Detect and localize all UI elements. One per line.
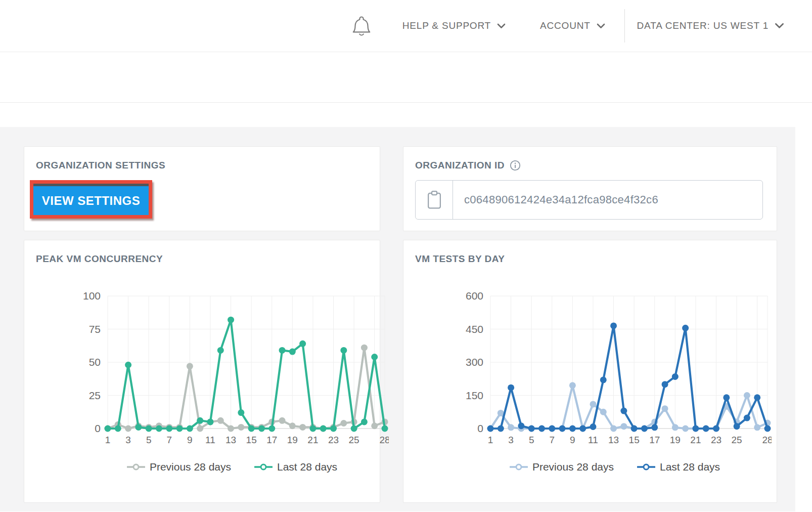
svg-text:17: 17 (649, 435, 660, 445)
svg-text:11: 11 (205, 435, 215, 445)
svg-text:13: 13 (225, 435, 236, 445)
svg-text:25: 25 (89, 390, 101, 401)
legend-label: Last 28 days (660, 461, 720, 473)
legend-item-last-28-days: Last 28 days (637, 461, 720, 473)
svg-text:3: 3 (125, 435, 131, 445)
nav-account-label: ACCOUNT (540, 20, 591, 31)
svg-text:5: 5 (146, 435, 152, 445)
top-navigation: HELP & SUPPORT ACCOUNT DATA CENTER: US W… (0, 0, 812, 52)
svg-text:28: 28 (762, 435, 772, 445)
page-header-band (0, 52, 812, 103)
nav-help-support-label: HELP & SUPPORT (402, 20, 491, 31)
svg-text:7: 7 (549, 435, 555, 445)
nav-account[interactable]: ACCOUNT (540, 20, 605, 31)
svg-text:100: 100 (83, 290, 101, 302)
copy-to-clipboard-button[interactable] (416, 181, 453, 219)
svg-text:19: 19 (287, 435, 298, 445)
organization-settings-title: ORGANIZATION SETTINGS (36, 160, 368, 171)
view-settings-button[interactable]: VIEW SETTINGS (33, 184, 149, 215)
svg-text:50: 50 (89, 356, 101, 368)
svg-text:9: 9 (187, 435, 193, 445)
legend-item-last-28-days: Last 28 days (254, 461, 337, 473)
chevron-down-icon (775, 23, 784, 29)
svg-text:1: 1 (488, 435, 493, 445)
svg-text:300: 300 (466, 356, 483, 368)
svg-text:600: 600 (466, 290, 483, 302)
svg-text:13: 13 (608, 435, 619, 445)
dashboard-content: ORGANIZATION SETTINGS VIEW SETTINGS ORGA… (0, 127, 795, 511)
organization-id-value[interactable]: c064890612424e34a12fca98ce4f32c6 (453, 181, 658, 219)
legend-label: Last 28 days (277, 461, 337, 473)
legend-item-previous-28-days: Previous 28 days (510, 461, 614, 473)
svg-text:15: 15 (629, 435, 640, 445)
svg-text:9: 9 (570, 435, 575, 445)
svg-text:450: 450 (466, 323, 483, 335)
page-subheader-band (0, 103, 812, 127)
svg-text:28: 28 (379, 435, 389, 445)
svg-text:75: 75 (89, 323, 101, 335)
chevron-down-icon (497, 23, 506, 29)
nav-divider (624, 9, 625, 42)
chart-legend: Previous 28 daysLast 28 days (75, 461, 389, 473)
organization-id-field: c064890612424e34a12fca98ce4f32c6 (415, 180, 763, 220)
svg-text:23: 23 (711, 435, 721, 445)
chart-legend: Previous 28 daysLast 28 days (458, 461, 772, 473)
peak-vm-concurrency-title: PEAK VM CONCURRENCY (36, 253, 380, 265)
vm-tests-by-day-chart: 015030045060013579111315171921232528Prev… (458, 288, 777, 473)
nav-data-center-label: DATA CENTER: US WEST 1 (637, 20, 769, 31)
vm-tests-by-day-title: VM TESTS BY DAY (415, 253, 777, 265)
svg-text:25: 25 (732, 435, 742, 445)
svg-text:0: 0 (477, 422, 483, 434)
chevron-down-icon (597, 23, 605, 29)
nav-data-center[interactable]: DATA CENTER: US WEST 1 (637, 20, 784, 31)
legend-marker-icon (510, 463, 528, 471)
svg-text:25: 25 (349, 435, 359, 445)
svg-text:3: 3 (508, 435, 514, 445)
organization-id-card: ORGANIZATION ID c064890612424e34a12fca98… (403, 146, 777, 231)
clipboard-icon (427, 190, 442, 209)
svg-text:1: 1 (105, 435, 111, 445)
svg-text:21: 21 (690, 435, 701, 445)
svg-text:17: 17 (266, 435, 277, 445)
legend-marker-icon (127, 463, 145, 471)
info-icon[interactable] (510, 160, 521, 171)
annotation-highlight-box: VIEW SETTINGS (30, 180, 152, 219)
svg-text:21: 21 (307, 435, 318, 445)
svg-text:11: 11 (588, 435, 598, 445)
legend-label: Previous 28 days (150, 461, 231, 473)
chart-canvas: 025507510013579111315171921232528 (75, 288, 389, 456)
chart-canvas: 015030045060013579111315171921232528 (458, 288, 772, 456)
legend-label: Previous 28 days (532, 461, 614, 473)
organization-id-title: ORGANIZATION ID (415, 160, 505, 171)
legend-marker-icon (254, 463, 273, 471)
peak-vm-concurrency-card: PEAK VM CONCURRENCY 02550751001357911131… (24, 240, 380, 503)
peak-vm-concurrency-chart: 025507510013579111315171921232528Previou… (75, 288, 380, 473)
vm-tests-by-day-card: VM TESTS BY DAY 015030045060013579111315… (403, 240, 777, 503)
svg-text:5: 5 (529, 435, 534, 445)
svg-text:0: 0 (95, 422, 101, 434)
legend-item-previous-28-days: Previous 28 days (127, 461, 231, 473)
svg-text:19: 19 (670, 435, 681, 445)
svg-text:150: 150 (466, 390, 483, 401)
svg-text:7: 7 (166, 435, 172, 445)
legend-marker-icon (637, 463, 655, 471)
notifications-bell-icon[interactable] (352, 14, 371, 38)
svg-text:23: 23 (328, 435, 339, 445)
svg-text:15: 15 (246, 435, 257, 445)
nav-help-support[interactable]: HELP & SUPPORT (402, 20, 506, 31)
organization-settings-card: ORGANIZATION SETTINGS VIEW SETTINGS (24, 146, 380, 231)
